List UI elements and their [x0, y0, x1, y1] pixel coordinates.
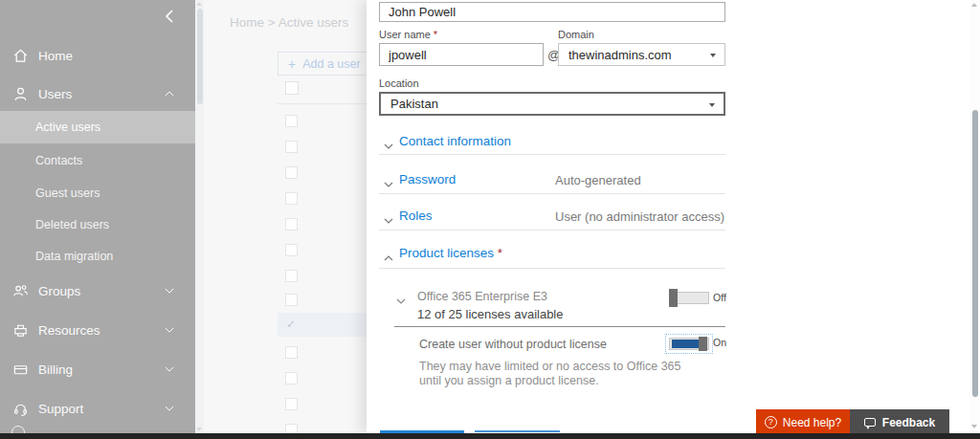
need-help-button[interactable]: ? Need help?: [756, 409, 850, 435]
sidebar-item-guest-users[interactable]: Guest users: [0, 180, 195, 207]
sidebar-item-groups[interactable]: Groups: [0, 277, 195, 304]
bottom-bar: [0, 433, 980, 439]
sidebar-item-data-migration[interactable]: Data migration: [0, 243, 195, 270]
row-checkbox[interactable]: [285, 166, 298, 179]
license-availability: 12 of 25 licenses available: [417, 307, 564, 321]
create-without-license-label: Create user without product license: [419, 338, 607, 351]
row-checkbox[interactable]: [285, 244, 298, 256]
feedback-button[interactable]: Feedback: [850, 409, 949, 435]
chevron-down-icon: [383, 138, 394, 147]
domain-label: Domain: [558, 29, 594, 40]
row-checkbox[interactable]: [285, 294, 298, 306]
scroll-up-icon[interactable]: [196, 2, 202, 6]
row-checkbox[interactable]: [285, 141, 298, 153]
sidebar-item-active-users[interactable]: Active users: [0, 111, 195, 143]
feedback-label: Feedback: [882, 416, 935, 429]
sidebar-item-label: Users: [38, 87, 72, 101]
chevron-up-icon: [163, 87, 176, 100]
location-dropdown[interactable]: Pakistan: [379, 92, 725, 116]
location-value: Pakistan: [390, 97, 438, 111]
panel-scrollbar[interactable]: [969, 0, 980, 433]
display-name-input[interactable]: [379, 2, 725, 22]
row-checkbox[interactable]: [285, 218, 298, 230]
breadcrumb: Home > Active users: [230, 15, 348, 30]
sidebar-item-home[interactable]: Home: [0, 42, 195, 69]
section-contact-information[interactable]: Contact information: [379, 134, 725, 151]
support-icon: [11, 400, 30, 418]
chevron-up-icon: [383, 250, 394, 259]
sidebar-item-label: Resources: [38, 323, 100, 338]
chevron-down-icon: [163, 323, 176, 337]
sidebar-item-billing[interactable]: Billing: [0, 356, 195, 383]
section-product-licenses[interactable]: Product licenses *: [379, 246, 725, 263]
section-roles[interactable]: Roles User (no administrator access): [379, 209, 725, 226]
user-icon: [11, 85, 30, 103]
chevron-down-icon: [383, 176, 394, 186]
divider: [379, 193, 725, 194]
toggle-off-label: Off: [713, 292, 726, 303]
sidebar-item-deleted-users[interactable]: Deleted users: [0, 211, 195, 238]
section-label: Product licenses *: [399, 246, 502, 260]
domain-dropdown[interactable]: thewinadmins.com: [558, 43, 725, 66]
section-label: Contact information: [399, 134, 511, 148]
chevron-down-icon: [163, 402, 176, 415]
row-checkbox[interactable]: [285, 372, 298, 384]
dropdown-caret-icon: [709, 103, 715, 107]
section-password[interactable]: Password Auto-generated: [379, 172, 725, 189]
license-toggle-off[interactable]: [669, 292, 709, 304]
sidebar-item-label: Groups: [38, 284, 80, 298]
sidebar-item-label: Home: [38, 49, 73, 63]
toggle-knob: [669, 289, 678, 307]
chevron-down-icon[interactable]: [395, 293, 407, 302]
sidebar: Home Users Active users Contacts Guest u…: [0, 0, 195, 433]
divider: [379, 154, 725, 155]
row-checkbox[interactable]: [285, 192, 298, 205]
scroll-up-icon[interactable]: [971, 3, 977, 7]
row-checkbox[interactable]: [285, 346, 298, 359]
scroll-down-icon[interactable]: [196, 428, 202, 431]
sidebar-subitem-label: Active users: [35, 121, 100, 134]
toggle-on-label: On: [713, 337, 726, 348]
page-scrollbar-thumb[interactable]: [197, 9, 203, 104]
section-label: Roles: [399, 209, 433, 223]
page-scrollbar[interactable]: [195, 0, 204, 433]
add-a-user-label: Add a user: [302, 57, 360, 71]
settings-icon: [11, 426, 25, 433]
username-input[interactable]: [379, 43, 544, 66]
toggle-knob: [699, 337, 707, 351]
scroll-down-icon[interactable]: [971, 425, 977, 428]
sidebar-subitem-label: Contacts: [35, 154, 82, 167]
row-checkbox[interactable]: [285, 115, 298, 127]
collapse-sidebar-icon[interactable]: [161, 7, 180, 26]
row-checkbox[interactable]: [285, 398, 298, 410]
add-user-panel: User name * Domain @ thewinadmins.com Lo…: [367, 0, 980, 433]
sidebar-item-support[interactable]: Support: [0, 395, 195, 422]
create-without-license-toggle-on[interactable]: [669, 338, 709, 350]
required-asterisk: *: [498, 246, 502, 260]
license-name: Office 365 Enterprise E3: [417, 290, 547, 303]
row-checkbox[interactable]: [285, 270, 298, 282]
chevron-down-icon: [163, 284, 176, 297]
sidebar-item-users[interactable]: Users: [0, 80, 195, 107]
screen: Home Users Active users Contacts Guest u…: [0, 0, 980, 439]
select-all-checkbox[interactable]: [285, 81, 299, 95]
home-icon: [11, 47, 30, 65]
required-asterisk: *: [434, 29, 437, 40]
sidebar-subitem-label: Deleted users: [35, 218, 109, 231]
domain-value: thewinadmins.com: [568, 48, 672, 62]
license-note-line2: until you assign a product license.: [419, 374, 599, 387]
section-value: Auto-generated: [555, 173, 641, 187]
sidebar-item-label: Support: [38, 402, 83, 416]
divider: [379, 268, 725, 269]
dark-divider: [394, 326, 725, 327]
username-label: User name *: [379, 29, 437, 40]
sidebar-subitem-label: Guest users: [35, 187, 100, 200]
panel-scrollbar-thumb[interactable]: [972, 110, 978, 397]
section-value: User (no administrator access): [555, 209, 724, 224]
sidebar-item-resources[interactable]: Resources: [0, 317, 195, 343]
section-label: Password: [399, 172, 456, 187]
speech-bubble-icon: [864, 418, 876, 427]
dropdown-caret-icon: [710, 54, 716, 57]
toggle-fill: [672, 340, 699, 348]
sidebar-item-contacts[interactable]: Contacts: [0, 147, 195, 174]
